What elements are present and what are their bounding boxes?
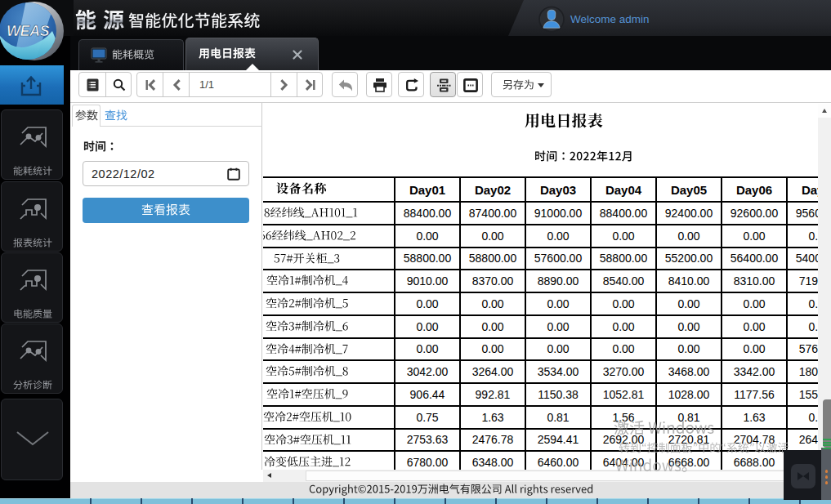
svg-text:WEAS: WEAS: [7, 23, 49, 39]
